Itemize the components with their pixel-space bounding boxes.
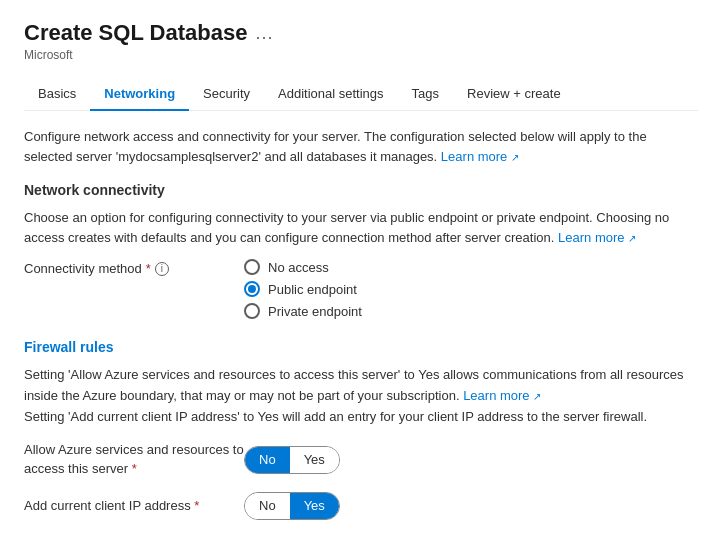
connectivity-method-label: Connectivity method * i — [24, 259, 204, 276]
allow-azure-required: * — [132, 461, 137, 476]
add-client-ip-toggle[interactable]: No Yes — [244, 492, 340, 520]
ellipsis-menu[interactable]: ... — [255, 23, 273, 44]
add-client-ip-no-option[interactable]: No — [245, 492, 290, 520]
tab-additional-settings[interactable]: Additional settings — [264, 78, 398, 111]
allow-azure-no-option[interactable]: No — [245, 446, 290, 474]
connectivity-info-icon[interactable]: i — [155, 262, 169, 276]
required-indicator: * — [146, 261, 151, 276]
radio-public-endpoint-dot — [248, 285, 256, 293]
intro-learn-more-link[interactable]: Learn more ↗ — [441, 149, 519, 164]
page-subtitle: Microsoft — [24, 48, 698, 62]
intro-text: Configure network access and connectivit… — [24, 127, 698, 166]
tab-tags[interactable]: Tags — [398, 78, 453, 111]
radio-public-endpoint[interactable]: Public endpoint — [244, 281, 362, 297]
tab-review-create[interactable]: Review + create — [453, 78, 575, 111]
radio-no-access-circle — [244, 259, 260, 275]
radio-private-endpoint-circle — [244, 303, 260, 319]
firewall-rules-title: Firewall rules — [24, 339, 698, 355]
connectivity-learn-more-link[interactable]: Learn more ↗ — [558, 230, 636, 245]
add-client-ip-required: * — [194, 498, 199, 513]
firewall-rules-section: Firewall rules Setting 'Allow Azure serv… — [24, 339, 698, 520]
radio-public-endpoint-circle — [244, 281, 260, 297]
page-title: Create SQL Database — [24, 20, 247, 46]
radio-no-access[interactable]: No access — [244, 259, 362, 275]
network-connectivity-section: Network connectivity Choose an option fo… — [24, 182, 698, 319]
add-client-ip-row: Add current client IP address * No Yes — [24, 492, 698, 520]
tab-networking[interactable]: Networking — [90, 78, 189, 111]
tab-security[interactable]: Security — [189, 78, 264, 111]
allow-azure-yes-option[interactable]: Yes — [290, 446, 339, 474]
firewall-learn-more-link[interactable]: Learn more ↗ — [463, 388, 541, 403]
allow-azure-label: Allow Azure services and resources to ac… — [24, 441, 244, 477]
add-client-ip-yes-option[interactable]: Yes — [290, 492, 339, 520]
add-client-ip-label: Add current client IP address * — [24, 497, 244, 515]
external-link-icon: ↗ — [511, 152, 519, 163]
connectivity-method-row: Connectivity method * i No access Public… — [24, 259, 698, 319]
connectivity-description: Choose an option for configuring connect… — [24, 208, 698, 247]
firewall-description: Setting 'Allow Azure services and resour… — [24, 365, 698, 427]
connectivity-radio-group: No access Public endpoint Private endpoi… — [244, 259, 362, 319]
radio-private-endpoint[interactable]: Private endpoint — [244, 303, 362, 319]
firewall-external-icon: ↗ — [533, 390, 541, 401]
tab-basics[interactable]: Basics — [24, 78, 90, 111]
network-connectivity-title: Network connectivity — [24, 182, 698, 198]
connectivity-external-icon: ↗ — [628, 233, 636, 244]
allow-azure-toggle[interactable]: No Yes — [244, 446, 340, 474]
allow-azure-row: Allow Azure services and resources to ac… — [24, 441, 698, 477]
tab-bar: Basics Networking Security Additional se… — [24, 78, 698, 111]
